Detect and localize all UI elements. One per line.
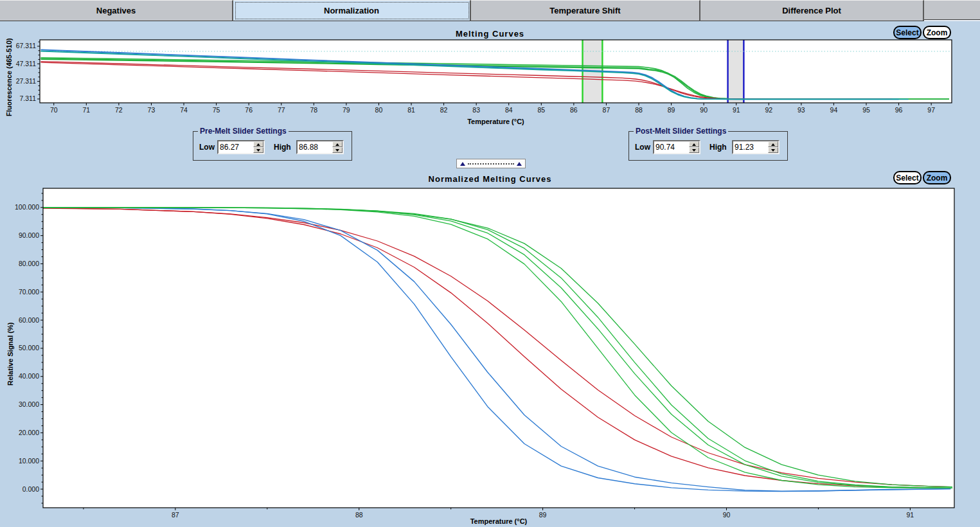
post-melt-high-spinbox [732, 140, 780, 154]
melting-analysis-window: Negatives Normalization Temperature Shif… [0, 0, 980, 527]
svg-text:85: 85 [537, 106, 545, 114]
down-arrow-icon [335, 149, 339, 152]
svg-text:84: 84 [505, 106, 513, 114]
pre-melt-high-spinner [332, 141, 343, 153]
slider-thumb-right-icon[interactable] [517, 162, 522, 166]
svg-text:80.000: 80.000 [19, 260, 39, 267]
up-arrow-icon [256, 143, 260, 146]
tab-difference-plot[interactable]: Difference Plot [700, 0, 924, 21]
post-melt-low-spinner [689, 141, 699, 153]
svg-text:0.000: 0.000 [22, 485, 39, 493]
tab-negatives[interactable]: Negatives [0, 0, 233, 21]
spinner-down-button[interactable] [768, 147, 778, 153]
svg-text:40.000: 40.000 [19, 372, 39, 380]
svg-text:95: 95 [862, 106, 870, 114]
tab-normalization[interactable]: Normalization [233, 0, 471, 21]
up-arrow-icon [692, 143, 696, 146]
svg-text:10.000: 10.000 [19, 457, 39, 465]
svg-text:75: 75 [213, 106, 220, 114]
pre-melt-high-spinbox [296, 140, 344, 154]
svg-text:100.000: 100.000 [15, 203, 39, 211]
svg-text:81: 81 [407, 106, 415, 114]
spinner-up-button[interactable] [689, 141, 699, 147]
tab-bar: Negatives Normalization Temperature Shif… [0, 0, 980, 21]
post-melt-high-spinner [768, 141, 778, 153]
svg-text:74: 74 [180, 106, 188, 114]
pre-melt-slider-settings-group: Pre-Melt Slider Settings Low High [193, 131, 352, 161]
svg-text:70: 70 [50, 106, 58, 114]
spinner-up-button[interactable] [253, 141, 263, 147]
down-arrow-icon [771, 149, 775, 152]
slider-track[interactable] [468, 163, 514, 165]
down-arrow-icon [692, 149, 696, 152]
svg-text:90.000: 90.000 [19, 231, 39, 239]
spinner-down-button[interactable] [332, 147, 343, 153]
pre-melt-low-spinbox [217, 140, 265, 154]
svg-text:89: 89 [668, 106, 675, 114]
svg-text:88: 88 [635, 106, 643, 114]
post-melt-high-input[interactable] [733, 141, 768, 153]
svg-text:80: 80 [375, 106, 383, 114]
tab-temperature-shift[interactable]: Temperature Shift [471, 0, 700, 21]
svg-text:94: 94 [830, 106, 838, 114]
down-arrow-icon [256, 149, 260, 152]
melting-curves-plot[interactable]: 7071727374757677787980818283848586878889… [0, 21, 980, 150]
pre-melt-high-input[interactable] [298, 141, 332, 153]
svg-text:60.000: 60.000 [19, 316, 39, 324]
pre-melt-low-spinner [253, 141, 263, 153]
svg-text:30.000: 30.000 [19, 400, 39, 408]
svg-text:91: 91 [733, 106, 740, 114]
slider-thumb-left-icon[interactable] [460, 162, 465, 166]
svg-text:87: 87 [603, 106, 610, 114]
up-arrow-icon [335, 143, 339, 146]
pre-melt-low-input[interactable] [218, 141, 253, 153]
post-melt-low-label: Low [635, 143, 650, 152]
pre-melt-legend: Pre-Melt Slider Settings [198, 127, 289, 136]
spinner-up-button[interactable] [768, 141, 778, 147]
svg-text:72: 72 [115, 106, 123, 114]
top-y-axis-title: Fluorescence (465-510) [5, 38, 13, 116]
post-melt-legend: Post-Melt Slider Settings [634, 127, 728, 136]
post-melt-low-spinbox [653, 140, 700, 154]
svg-text:50.000: 50.000 [19, 344, 39, 352]
svg-text:78: 78 [310, 106, 317, 114]
pre-melt-low-label: Low [199, 143, 215, 152]
svg-text:92: 92 [765, 106, 772, 114]
post-melt-low-input[interactable] [654, 141, 689, 153]
svg-text:86: 86 [570, 106, 578, 114]
svg-text:77: 77 [278, 106, 285, 114]
tab-bar-filler [924, 0, 980, 20]
svg-text:79: 79 [343, 106, 350, 114]
sensitivity-range-slider[interactable] [456, 159, 526, 168]
post-melt-high-label: High [709, 143, 727, 152]
post-melt-slider-settings-group: Post-Melt Slider Settings Low High [628, 131, 788, 161]
svg-text:97: 97 [927, 106, 935, 114]
bottom-y-axis-title: Relative Signal (%) [6, 323, 14, 386]
svg-text:96: 96 [895, 106, 903, 114]
spinner-up-button[interactable] [332, 141, 343, 147]
svg-text:82: 82 [440, 106, 448, 114]
svg-text:47.311: 47.311 [16, 60, 36, 67]
spinner-down-button[interactable] [689, 147, 699, 153]
spinner-down-button[interactable] [253, 147, 263, 153]
svg-text:83: 83 [472, 106, 480, 114]
bottom-x-axis-title: Temperature (°C) [43, 517, 954, 525]
svg-text:70.000: 70.000 [19, 288, 39, 296]
svg-text:71: 71 [82, 106, 90, 114]
svg-text:90: 90 [700, 106, 708, 114]
svg-text:27.311: 27.311 [16, 77, 36, 85]
svg-text:67.311: 67.311 [16, 42, 36, 49]
svg-text:20.000: 20.000 [19, 429, 39, 436]
top-x-axis-title: Temperature (°C) [40, 118, 952, 125]
normalized-melting-curves-plot[interactable]: 8788899091100.00090.00080.00070.00060.00… [0, 168, 980, 527]
pre-melt-high-label: High [274, 143, 291, 152]
up-arrow-icon [771, 143, 775, 146]
svg-text:7.311: 7.311 [20, 94, 37, 102]
svg-text:73: 73 [148, 106, 156, 114]
svg-text:93: 93 [797, 106, 805, 114]
svg-text:76: 76 [245, 106, 253, 114]
